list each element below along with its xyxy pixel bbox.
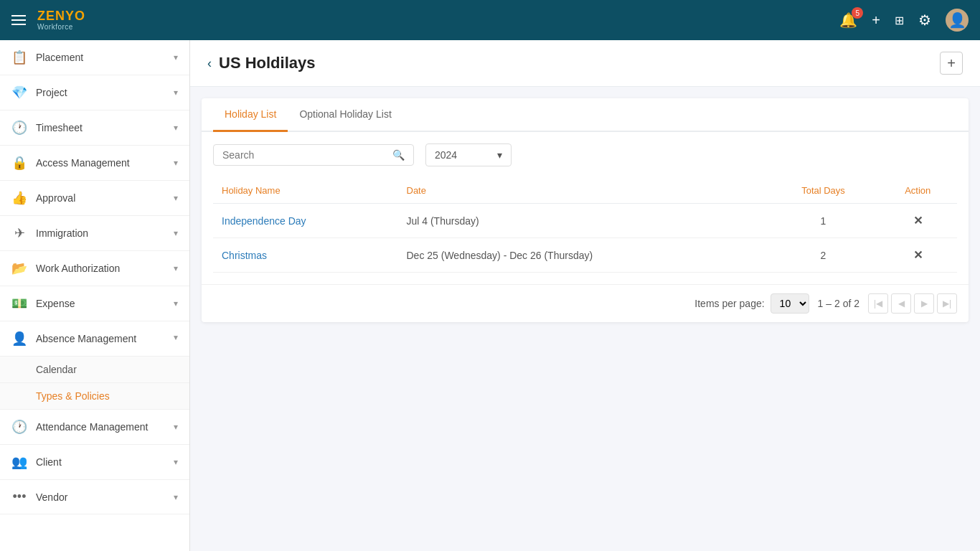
year-chevron-icon: ▾ bbox=[497, 149, 502, 161]
sidebar-label-approval: Approval bbox=[36, 192, 75, 204]
sidebar-sub-item-calendar[interactable]: Calendar bbox=[0, 357, 189, 383]
holiday-table-wrap: Holiday Name Date Total Days Action Inde… bbox=[202, 178, 969, 284]
table-header-row: Holiday Name Date Total Days Action bbox=[213, 178, 957, 204]
holiday-action-2: ✕ bbox=[879, 238, 957, 273]
chevron-absence-management: ▴ bbox=[174, 334, 178, 344]
attendance-management-icon: 🕐 bbox=[11, 419, 27, 435]
sidebar-label-placement: Placement bbox=[36, 52, 83, 63]
logo: ZENYO Workforce bbox=[37, 9, 85, 32]
last-page-button[interactable]: ▶| bbox=[937, 293, 957, 314]
back-button[interactable]: ‹ bbox=[207, 56, 212, 71]
per-page-select[interactable]: 10 25 50 bbox=[771, 293, 809, 314]
search-icon: 🔍 bbox=[392, 149, 405, 161]
delete-button-1[interactable]: ✕ bbox=[913, 215, 923, 227]
vendor-icon: ••• bbox=[11, 489, 27, 504]
chevron-attendance-management: ▾ bbox=[174, 422, 178, 432]
holiday-table: Holiday Name Date Total Days Action Inde… bbox=[213, 178, 957, 273]
layout: 📋 Placement ▾ 💎 Project ▾ 🕐 Timesheet ▾ … bbox=[0, 40, 980, 551]
sidebar-item-work-authorization[interactable]: 📂 Work Authorization ▾ bbox=[0, 251, 189, 286]
page-title: US Holdilays bbox=[219, 54, 315, 72]
col-action: Action bbox=[879, 178, 957, 204]
sidebar-item-expense[interactable]: 💵 Expense ▾ bbox=[0, 286, 189, 321]
chevron-project: ▾ bbox=[174, 88, 178, 98]
chevron-access-management: ▾ bbox=[174, 158, 178, 168]
holiday-date-1: Jul 4 (Thursday) bbox=[398, 204, 768, 238]
sidebar-item-vendor[interactable]: ••• Vendor ▾ bbox=[0, 480, 189, 514]
chevron-vendor: ▾ bbox=[174, 492, 178, 502]
sidebar-label-work-authorization: Work Authorization bbox=[36, 263, 120, 274]
sidebar-label-absence-management: Absence Management bbox=[36, 333, 136, 344]
chevron-expense: ▾ bbox=[174, 298, 178, 309]
add-button[interactable]: + bbox=[872, 12, 880, 29]
tab-holiday-list[interactable]: Holiday List bbox=[213, 98, 288, 132]
sidebar-item-attendance-management[interactable]: 🕐 Attendance Management ▾ bbox=[0, 410, 189, 445]
expense-icon: 💵 bbox=[11, 296, 27, 311]
chevron-work-authorization: ▾ bbox=[174, 263, 178, 273]
sidebar-label-client: Client bbox=[36, 456, 62, 468]
sidebar-sub-item-types-policies[interactable]: Types & Policies bbox=[0, 383, 189, 410]
page-header: ‹ US Holdilays + bbox=[190, 40, 980, 87]
col-date: Date bbox=[398, 178, 768, 204]
content-card: Holiday List Optional Holiday List 🔍 202… bbox=[202, 98, 969, 322]
settings-icon[interactable]: ⚙ bbox=[918, 11, 931, 29]
items-per-page-label: Items per page: bbox=[694, 298, 764, 309]
work-auth-icon: 📂 bbox=[11, 260, 27, 276]
sidebar-label-project: Project bbox=[36, 87, 67, 98]
logo-sub: Workforce bbox=[37, 23, 85, 31]
year-value: 2024 bbox=[435, 149, 457, 161]
pagination: Items per page: 10 25 50 1 – 2 of 2 |◀ ◀… bbox=[202, 284, 969, 322]
chevron-client: ▾ bbox=[174, 457, 178, 467]
topnav-right: 🔔 5 + ⊞ ⚙ 👤 bbox=[839, 9, 969, 32]
hamburger-menu[interactable] bbox=[11, 15, 26, 25]
first-page-button[interactable]: |◀ bbox=[868, 293, 888, 314]
col-holiday-name: Holiday Name bbox=[213, 178, 398, 204]
user-avatar[interactable]: 👤 bbox=[946, 9, 969, 32]
holiday-total-days-2: 2 bbox=[768, 238, 878, 273]
next-page-button[interactable]: ▶ bbox=[914, 293, 934, 314]
sidebar-label-attendance-management: Attendance Management bbox=[36, 421, 148, 433]
sidebar-label-timesheet: Timesheet bbox=[36, 122, 83, 133]
sidebar-item-timesheet[interactable]: 🕐 Timesheet ▾ bbox=[0, 110, 189, 146]
page-nav: |◀ ◀ ▶ ▶| bbox=[868, 293, 957, 314]
absence-management-submenu: Calendar Types & Policies bbox=[0, 357, 189, 410]
sidebar-item-client[interactable]: 👥 Client ▾ bbox=[0, 445, 189, 480]
sidebar-label-access-management: Access Management bbox=[36, 157, 130, 169]
access-management-icon: 🔒 bbox=[11, 155, 27, 171]
sidebar-item-absence-management[interactable]: 👤 Absence Management ▴ bbox=[0, 321, 189, 357]
topnav: ZENYO Workforce 🔔 5 + ⊞ ⚙ 👤 bbox=[0, 0, 980, 40]
prev-page-button[interactable]: ◀ bbox=[891, 293, 911, 314]
project-icon: 💎 bbox=[11, 85, 27, 100]
delete-button-2[interactable]: ✕ bbox=[913, 249, 923, 261]
absence-management-icon: 👤 bbox=[11, 331, 27, 347]
approval-icon: 👍 bbox=[11, 190, 27, 206]
client-icon: 👥 bbox=[11, 454, 27, 470]
holiday-name-2[interactable]: Christmas bbox=[213, 238, 398, 273]
holiday-action-1: ✕ bbox=[879, 204, 957, 238]
grid-icon[interactable]: ⊞ bbox=[895, 14, 904, 27]
sidebar-label-expense: Expense bbox=[36, 298, 75, 309]
table-row: Independence Day Jul 4 (Thursday) 1 ✕ bbox=[213, 204, 957, 238]
page-range: 1 – 2 of 2 bbox=[818, 298, 859, 309]
chevron-timesheet: ▾ bbox=[174, 123, 178, 133]
sidebar-item-access-management[interactable]: 🔒 Access Management ▾ bbox=[0, 146, 189, 181]
sidebar-label-vendor: Vendor bbox=[36, 491, 67, 503]
col-total-days: Total Days bbox=[768, 178, 878, 204]
tabs: Holiday List Optional Holiday List bbox=[202, 98, 969, 132]
sidebar-item-immigration[interactable]: ✈ Immigration ▾ bbox=[0, 216, 189, 251]
holiday-name-1[interactable]: Independence Day bbox=[213, 204, 398, 238]
chevron-approval: ▾ bbox=[174, 193, 178, 203]
tab-optional-holiday-list[interactable]: Optional Holiday List bbox=[288, 98, 402, 132]
filters-row: 🔍 2024 ▾ bbox=[202, 132, 969, 178]
add-holiday-button[interactable]: + bbox=[940, 52, 963, 75]
sidebar-item-project[interactable]: 💎 Project ▾ bbox=[0, 75, 189, 110]
topnav-left: ZENYO Workforce bbox=[11, 9, 85, 32]
year-dropdown[interactable]: 2024 ▾ bbox=[425, 143, 512, 166]
sidebar-label-immigration: Immigration bbox=[36, 227, 88, 239]
notification-bell[interactable]: 🔔 5 bbox=[839, 11, 857, 29]
notification-badge: 5 bbox=[852, 7, 863, 19]
search-input[interactable] bbox=[222, 149, 392, 161]
sidebar-item-placement[interactable]: 📋 Placement ▾ bbox=[0, 40, 189, 75]
sidebar-item-approval[interactable]: 👍 Approval ▾ bbox=[0, 181, 189, 216]
chevron-placement: ▾ bbox=[174, 52, 178, 62]
timesheet-icon: 🕐 bbox=[11, 120, 27, 136]
